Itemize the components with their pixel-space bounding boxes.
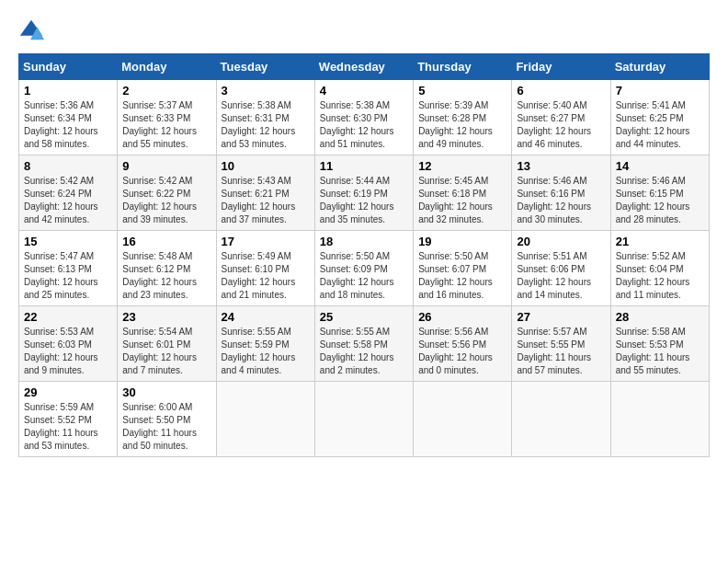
day-number: 22: [24, 310, 112, 324]
day-info: Sunrise: 5:56 AM Sunset: 5:56 PM Dayligh…: [418, 326, 506, 377]
day-number: 12: [418, 159, 506, 173]
calendar-week-2: 8 Sunrise: 5:42 AM Sunset: 6:24 PM Dayli…: [19, 155, 710, 231]
day-info: Sunrise: 5:39 AM Sunset: 6:28 PM Dayligh…: [418, 99, 506, 151]
day-number: 7: [616, 84, 704, 98]
day-number: 1: [24, 84, 112, 98]
col-header-saturday: Saturday: [610, 54, 709, 80]
calendar-header-row: SundayMondayTuesdayWednesdayThursdayFrid…: [19, 54, 710, 80]
day-number: 5: [418, 84, 506, 98]
day-info: Sunrise: 5:41 AM Sunset: 6:25 PM Dayligh…: [616, 99, 704, 151]
calendar-week-5: 29 Sunrise: 5:59 AM Sunset: 5:52 PM Dayl…: [19, 382, 710, 457]
calendar-cell: 10 Sunrise: 5:43 AM Sunset: 6:21 PM Dayl…: [216, 155, 314, 231]
calendar-cell: 2 Sunrise: 5:37 AM Sunset: 6:33 PM Dayli…: [118, 80, 216, 155]
day-info: Sunrise: 5:38 AM Sunset: 6:30 PM Dayligh…: [320, 99, 408, 151]
day-info: Sunrise: 5:52 AM Sunset: 6:04 PM Dayligh…: [616, 250, 704, 302]
calendar-cell: 5 Sunrise: 5:39 AM Sunset: 6:28 PM Dayli…: [414, 80, 512, 155]
calendar-cell: 13 Sunrise: 5:46 AM Sunset: 6:16 PM Dayl…: [512, 155, 610, 231]
day-number: 27: [517, 310, 605, 324]
day-info: Sunrise: 6:00 AM Sunset: 5:50 PM Dayligh…: [122, 401, 210, 453]
day-number: 25: [320, 310, 408, 324]
day-number: 28: [616, 310, 704, 324]
day-info: Sunrise: 5:36 AM Sunset: 6:34 PM Dayligh…: [24, 99, 112, 151]
col-header-friday: Friday: [512, 54, 610, 80]
day-info: Sunrise: 5:47 AM Sunset: 6:13 PM Dayligh…: [24, 250, 112, 302]
day-info: Sunrise: 5:49 AM Sunset: 6:10 PM Dayligh…: [222, 250, 310, 302]
calendar-cell: 24 Sunrise: 5:55 AM Sunset: 5:59 PM Dayl…: [216, 306, 314, 382]
day-number: 29: [24, 385, 112, 399]
day-number: 21: [616, 235, 704, 248]
calendar-cell: 16 Sunrise: 5:48 AM Sunset: 6:12 PM Dayl…: [118, 231, 216, 306]
day-number: 14: [616, 159, 704, 173]
logo-icon: [18, 18, 44, 44]
day-number: 30: [122, 385, 210, 399]
calendar-cell: 19 Sunrise: 5:50 AM Sunset: 6:07 PM Dayl…: [414, 231, 512, 306]
col-header-thursday: Thursday: [414, 54, 512, 80]
day-info: Sunrise: 5:55 AM Sunset: 5:59 PM Dayligh…: [222, 326, 310, 377]
day-number: 26: [418, 310, 506, 324]
calendar-cell: 28 Sunrise: 5:58 AM Sunset: 5:53 PM Dayl…: [610, 306, 709, 382]
day-info: Sunrise: 5:44 AM Sunset: 6:19 PM Dayligh…: [320, 175, 408, 226]
day-info: Sunrise: 5:37 AM Sunset: 6:33 PM Dayligh…: [122, 99, 210, 151]
calendar-cell: [610, 382, 709, 457]
day-info: Sunrise: 5:53 AM Sunset: 6:03 PM Dayligh…: [24, 326, 112, 377]
calendar-cell: 12 Sunrise: 5:45 AM Sunset: 6:18 PM Dayl…: [414, 155, 512, 231]
calendar-cell: 15 Sunrise: 5:47 AM Sunset: 6:13 PM Dayl…: [19, 231, 118, 306]
col-header-monday: Monday: [118, 54, 216, 80]
calendar-cell: 17 Sunrise: 5:49 AM Sunset: 6:10 PM Dayl…: [216, 231, 314, 306]
day-number: 3: [222, 84, 310, 98]
day-info: Sunrise: 5:57 AM Sunset: 5:55 PM Dayligh…: [517, 326, 605, 377]
col-header-wednesday: Wednesday: [314, 54, 413, 80]
calendar-cell: 27 Sunrise: 5:57 AM Sunset: 5:55 PM Dayl…: [512, 306, 610, 382]
calendar-cell: [512, 382, 610, 457]
day-info: Sunrise: 5:48 AM Sunset: 6:12 PM Dayligh…: [122, 250, 210, 302]
day-info: Sunrise: 5:54 AM Sunset: 6:01 PM Dayligh…: [122, 326, 210, 377]
calendar-cell: 3 Sunrise: 5:38 AM Sunset: 6:31 PM Dayli…: [216, 80, 314, 155]
calendar-cell: 23 Sunrise: 5:54 AM Sunset: 6:01 PM Dayl…: [118, 306, 216, 382]
day-info: Sunrise: 5:51 AM Sunset: 6:06 PM Dayligh…: [517, 250, 605, 302]
day-info: Sunrise: 5:59 AM Sunset: 5:52 PM Dayligh…: [24, 401, 112, 453]
day-info: Sunrise: 5:55 AM Sunset: 5:58 PM Dayligh…: [320, 326, 408, 377]
day-info: Sunrise: 5:50 AM Sunset: 6:09 PM Dayligh…: [320, 250, 408, 302]
page-header: [18, 18, 710, 44]
day-number: 9: [122, 159, 210, 173]
day-info: Sunrise: 5:40 AM Sunset: 6:27 PM Dayligh…: [517, 99, 605, 151]
day-info: Sunrise: 5:46 AM Sunset: 6:16 PM Dayligh…: [517, 175, 605, 226]
day-number: 19: [418, 235, 506, 248]
calendar-cell: 20 Sunrise: 5:51 AM Sunset: 6:06 PM Dayl…: [512, 231, 610, 306]
calendar-table: SundayMondayTuesdayWednesdayThursdayFrid…: [18, 53, 710, 457]
calendar-cell: 25 Sunrise: 5:55 AM Sunset: 5:58 PM Dayl…: [314, 306, 413, 382]
day-number: 11: [320, 159, 408, 173]
calendar-cell: 11 Sunrise: 5:44 AM Sunset: 6:19 PM Dayl…: [314, 155, 413, 231]
col-header-sunday: Sunday: [19, 54, 118, 80]
calendar-cell: 29 Sunrise: 5:59 AM Sunset: 5:52 PM Dayl…: [19, 382, 118, 457]
day-number: 10: [222, 159, 310, 173]
day-number: 17: [222, 235, 310, 248]
day-info: Sunrise: 5:58 AM Sunset: 5:53 PM Dayligh…: [616, 326, 704, 377]
calendar-cell: 22 Sunrise: 5:53 AM Sunset: 6:03 PM Dayl…: [19, 306, 118, 382]
day-info: Sunrise: 5:43 AM Sunset: 6:21 PM Dayligh…: [222, 175, 310, 226]
day-info: Sunrise: 5:50 AM Sunset: 6:07 PM Dayligh…: [418, 250, 506, 302]
calendar-cell: [314, 382, 413, 457]
calendar-cell: 30 Sunrise: 6:00 AM Sunset: 5:50 PM Dayl…: [118, 382, 216, 457]
calendar-week-3: 15 Sunrise: 5:47 AM Sunset: 6:13 PM Dayl…: [19, 231, 710, 306]
calendar-cell: 14 Sunrise: 5:46 AM Sunset: 6:15 PM Dayl…: [610, 155, 709, 231]
calendar-cell: 6 Sunrise: 5:40 AM Sunset: 6:27 PM Dayli…: [512, 80, 610, 155]
day-number: 4: [320, 84, 408, 98]
day-number: 2: [122, 84, 210, 98]
calendar-cell: [216, 382, 314, 457]
calendar-cell: 8 Sunrise: 5:42 AM Sunset: 6:24 PM Dayli…: [19, 155, 118, 231]
day-info: Sunrise: 5:46 AM Sunset: 6:15 PM Dayligh…: [616, 175, 704, 226]
day-number: 16: [122, 235, 210, 248]
calendar-cell: 18 Sunrise: 5:50 AM Sunset: 6:09 PM Dayl…: [314, 231, 413, 306]
day-number: 15: [24, 235, 112, 248]
logo: [18, 18, 48, 44]
day-number: 20: [517, 235, 605, 248]
day-number: 6: [517, 84, 605, 98]
calendar-week-4: 22 Sunrise: 5:53 AM Sunset: 6:03 PM Dayl…: [19, 306, 710, 382]
day-number: 8: [24, 159, 112, 173]
day-number: 18: [320, 235, 408, 248]
day-number: 23: [122, 310, 210, 324]
day-info: Sunrise: 5:45 AM Sunset: 6:18 PM Dayligh…: [418, 175, 506, 226]
col-header-tuesday: Tuesday: [216, 54, 314, 80]
calendar-cell: 9 Sunrise: 5:42 AM Sunset: 6:22 PM Dayli…: [118, 155, 216, 231]
